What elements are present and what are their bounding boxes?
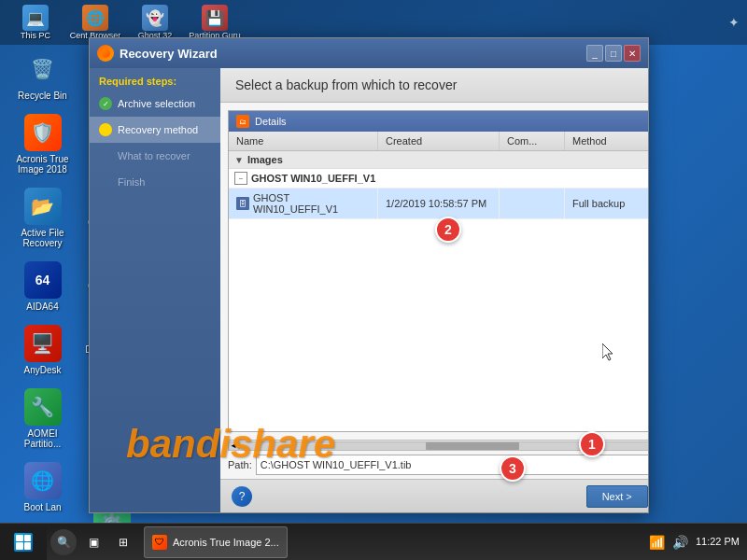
cell-com	[500, 189, 565, 218]
table-header: Name Created Com... Method Path	[229, 132, 648, 151]
group-label: GHOST WIN10_UEFFI_V1	[251, 173, 375, 184]
details-panel: 🗂 Details Name Created Com... Method Pat…	[228, 110, 648, 432]
top-app-partition-guru[interactable]: 💾 Partition Guru	[187, 5, 243, 40]
dialog-content: Required steps: ✓ Archive selection Reco…	[90, 68, 648, 512]
scroll-thumb	[426, 442, 519, 450]
desktop-icon-acronis[interactable]: 🛡️ Acronis True Image 2018	[7, 110, 78, 178]
cell-created: 1/2/2019 10:58:57 PM	[378, 189, 500, 218]
icon-label: Recycle Bin	[18, 91, 67, 101]
step-badge-3: 3	[500, 455, 526, 482]
details-header-text: Details	[255, 116, 287, 127]
wizard-sidebar: Required steps: ✓ Archive selection Reco…	[90, 68, 220, 512]
dialog-footer: ? Next > Cancel	[220, 479, 648, 512]
start-button[interactable]	[0, 524, 47, 560]
sidebar-item-finish[interactable]: Finish	[90, 169, 220, 195]
desktop-icon-recycle-bin[interactable]: 🗑️ Recycle Bin	[7, 47, 78, 105]
path-bar: Path: Browse	[228, 455, 648, 475]
step-dot-inactive	[99, 175, 112, 189]
active-app-label: Acronis True Image 2...	[173, 537, 279, 548]
dialog-header-title: Select a backup from which to recover	[235, 77, 648, 92]
scroll-left-btn[interactable]: ◄	[228, 441, 239, 451]
help-icon[interactable]: ?	[232, 486, 252, 507]
step-dot-current	[99, 123, 112, 136]
col-created: Created	[378, 132, 500, 150]
path-label: Path:	[228, 459, 252, 470]
step-dot-inactive	[99, 149, 112, 162]
cell-method: Full backup	[565, 189, 648, 218]
clock[interactable]: 11:22 PM	[696, 535, 740, 549]
cell-name-text: GHOST WIN10_UEFFI_V1	[253, 192, 370, 215]
details-table[interactable]: Name Created Com... Method Path ▼ Images	[229, 132, 648, 431]
icon-label: AIDA64	[26, 301, 58, 312]
group-header[interactable]: − GHOST WIN10_UEFFI_V1	[229, 169, 648, 189]
taskbar-right: 📶 🔊 11:22 PM	[649, 535, 747, 550]
col-com: Com...	[500, 132, 565, 150]
start-menu-icon[interactable]: ⊞	[110, 529, 136, 555]
windows-logo	[14, 533, 33, 552]
icon-label: Acronis True Image 2018	[11, 154, 74, 175]
sidebar-item-recovery-method[interactable]: Recovery method	[90, 117, 220, 143]
cell-name: 🗄 GHOST WIN10_UEFFI_V1	[229, 189, 378, 218]
details-header: 🗂 Details	[229, 111, 648, 132]
col-name: Name	[229, 132, 378, 150]
icon-label: Boot Lan	[23, 502, 61, 512]
dialog-controls: _ □ ✕	[586, 45, 641, 62]
dialog-header: Select a backup from which to recover	[220, 68, 648, 103]
sidebar-item-label: Finish	[118, 176, 145, 188]
search-icon[interactable]: 🔍	[50, 529, 77, 555]
step-dot-completed: ✓	[99, 97, 112, 110]
path-input[interactable]	[256, 455, 648, 475]
sidebar-item-what-to-recover[interactable]: What to recover	[90, 143, 220, 169]
task-view-icon[interactable]: ▣	[80, 529, 106, 555]
desktop-icon-anydesk[interactable]: 🖥️ AnyDesk	[7, 321, 78, 379]
section-images[interactable]: ▼ Images	[229, 151, 648, 169]
icon-label: AOMEI Partitio...	[11, 428, 74, 449]
maximize-button[interactable]: □	[605, 45, 622, 62]
col-method: Method	[565, 132, 648, 150]
sidebar-item-label: Recovery method	[118, 124, 198, 135]
taskbar-active-app[interactable]: 🛡 Acronis True Image 2...	[144, 526, 288, 558]
sidebar-item-label: Archive selection	[118, 98, 195, 109]
active-app-icon: 🛡	[152, 535, 167, 550]
details-icon: 🗂	[236, 115, 249, 128]
step-badge-1: 1	[579, 431, 605, 457]
sidebar-item-label: What to recover	[118, 150, 190, 161]
next-button[interactable]: Next >	[586, 485, 648, 508]
time-display: 11:22 PM	[696, 535, 740, 549]
volume-icon[interactable]: 🔊	[672, 535, 688, 550]
desktop-icon-active-file-recovery[interactable]: 📂 Active File Recovery	[7, 184, 78, 252]
table-row[interactable]: 🗄 GHOST WIN10_UEFFI_V1 1/2/2019 10:58:57…	[229, 189, 648, 219]
group-expand-icon[interactable]: −	[234, 172, 247, 185]
top-app-label: This PC	[21, 31, 50, 40]
taskbar-search-area: 🔍 ▣ ⊞	[47, 529, 140, 555]
top-app-ghost32[interactable]: 👻 Ghost 32	[127, 5, 183, 40]
dialog-title: Recovery Wizard	[120, 47, 581, 61]
row-icon: 🗄	[236, 197, 249, 210]
step-badge-2: 2	[435, 217, 461, 243]
dialog-titlebar: Recovery Wizard _ □ ✕	[90, 38, 648, 68]
desktop-icon-boot-lan[interactable]: 🌐 Boot Lan	[7, 458, 78, 516]
network-icon[interactable]: 📶	[649, 535, 665, 550]
sidebar-item-archive-selection[interactable]: ✓ Archive selection	[90, 91, 220, 117]
desktop-icon-aomei[interactable]: 🔧 AOMEI Partitio...	[7, 385, 78, 453]
top-app-this-pc[interactable]: 💻 This PC	[7, 5, 63, 40]
icon-label: Active File Recovery	[11, 228, 74, 248]
desktop-icon-aida64[interactable]: 64 AIDA64	[7, 258, 78, 315]
top-app-cent-browser[interactable]: 🌐 Cent Browser	[67, 5, 123, 40]
close-button[interactable]: ✕	[624, 45, 641, 62]
taskbar: 🔍 ▣ ⊞ 🛡 Acronis True Image 2... 📶 🔊 11:2…	[0, 523, 747, 560]
desktop: 💻 This PC 🌐 Cent Browser 👻 Ghost 32 💾 Pa…	[0, 0, 747, 560]
section-arrow: ▼	[234, 155, 244, 165]
recovery-wizard-dialog: Recovery Wizard _ □ ✕ Required steps: ✓ …	[89, 37, 649, 513]
minimize-button[interactable]: _	[586, 45, 603, 62]
dialog-icon	[97, 45, 114, 62]
section-label: Images	[247, 154, 283, 165]
sidebar-required-label: Required steps:	[90, 68, 220, 91]
icon-label: AnyDesk	[23, 365, 61, 375]
